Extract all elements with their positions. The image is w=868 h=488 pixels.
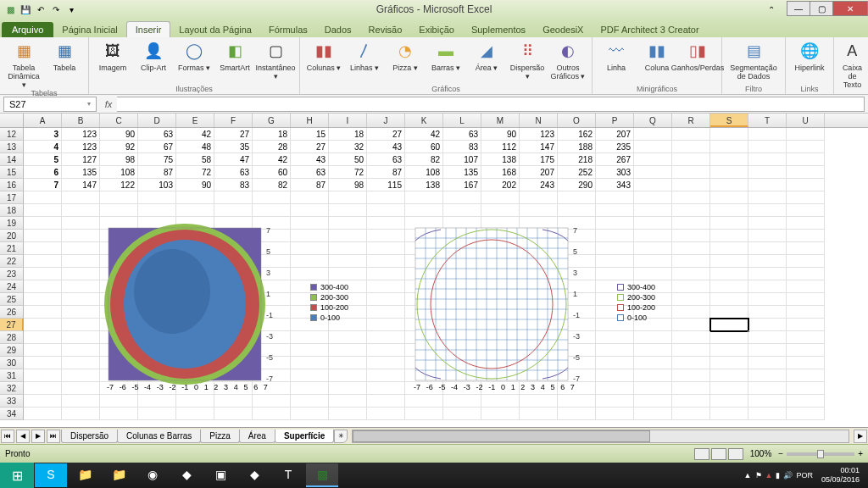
sheet-tab[interactable]: Colunas e Barras — [117, 430, 201, 443]
cell[interactable] — [24, 217, 62, 230]
cell[interactable] — [710, 166, 748, 179]
cell[interactable] — [787, 179, 825, 191]
cell[interactable] — [634, 179, 672, 191]
cell[interactable] — [24, 204, 62, 217]
redo-icon[interactable]: ↷ — [49, 3, 63, 16]
qat-menu-icon[interactable]: ▾ — [64, 3, 78, 16]
cell[interactable] — [24, 382, 62, 395]
cell[interactable]: 63 — [443, 128, 481, 141]
cell[interactable] — [787, 153, 825, 166]
cell[interactable]: 48 — [176, 141, 214, 153]
zoom-in-icon[interactable]: + — [858, 449, 863, 458]
cell[interactable] — [176, 408, 214, 420]
cell[interactable] — [672, 179, 710, 191]
picture-button[interactable]: 🖼Imagem — [94, 39, 131, 72]
cell[interactable]: 243 — [520, 179, 558, 191]
cell[interactable] — [481, 191, 520, 204]
cell[interactable] — [253, 191, 291, 204]
tab-geodesix[interactable]: GeodesiX — [534, 22, 592, 37]
cell[interactable] — [710, 395, 748, 408]
cell[interactable]: 27 — [291, 141, 329, 153]
column-header[interactable]: A — [24, 114, 62, 127]
column-header[interactable]: H — [291, 114, 329, 127]
cell[interactable]: 207 — [596, 128, 634, 141]
column-header[interactable]: E — [176, 114, 214, 127]
cell[interactable] — [672, 153, 710, 166]
cell[interactable] — [596, 204, 634, 217]
cell[interactable] — [634, 153, 672, 166]
cell[interactable] — [710, 179, 748, 191]
cell[interactable] — [558, 204, 596, 217]
taskbar-app-icon[interactable]: ◆ — [170, 463, 203, 487]
cell[interactable]: 218 — [558, 153, 596, 166]
cell[interactable] — [138, 191, 176, 204]
cell[interactable] — [748, 331, 787, 344]
cell[interactable] — [710, 230, 748, 242]
sheet-nav-prev[interactable]: ◀ — [16, 430, 30, 443]
cell[interactable] — [710, 306, 748, 319]
cell[interactable] — [710, 382, 748, 395]
row-header[interactable]: 20 — [0, 230, 24, 242]
cell[interactable] — [367, 395, 405, 408]
cell[interactable] — [100, 408, 138, 420]
zoom-out-icon[interactable]: − — [778, 449, 783, 458]
tab-layout[interactable]: Layout da Página — [170, 22, 260, 37]
cell[interactable] — [62, 191, 100, 204]
cell[interactable]: 252 — [558, 166, 596, 179]
table-button[interactable]: ▦Tabela — [46, 39, 83, 72]
cell[interactable]: 87 — [138, 166, 176, 179]
cell[interactable] — [291, 191, 329, 204]
cell[interactable] — [748, 166, 787, 179]
cell[interactable] — [787, 255, 825, 268]
cell[interactable] — [253, 395, 291, 408]
cell[interactable] — [443, 395, 481, 408]
cell[interactable]: 83 — [214, 179, 253, 191]
cell[interactable] — [481, 408, 520, 420]
cell[interactable] — [748, 369, 787, 382]
cell[interactable] — [100, 204, 138, 217]
column-header[interactable]: S — [710, 114, 748, 127]
cell[interactable] — [634, 141, 672, 153]
cell[interactable]: 87 — [367, 166, 405, 179]
cell[interactable]: 235 — [596, 141, 634, 153]
close-button[interactable]: ✕ — [832, 1, 868, 16]
cell[interactable] — [710, 319, 748, 331]
cell[interactable] — [787, 344, 825, 357]
cell[interactable] — [748, 357, 787, 369]
cell[interactable] — [748, 128, 787, 141]
cell[interactable] — [100, 191, 138, 204]
select-all-corner[interactable] — [0, 114, 24, 127]
cell[interactable] — [710, 268, 748, 280]
cell[interactable] — [710, 344, 748, 357]
cell[interactable] — [787, 408, 825, 420]
cell[interactable] — [24, 255, 62, 268]
cell[interactable]: 18 — [253, 128, 291, 141]
cell[interactable] — [787, 395, 825, 408]
tab-addins[interactable]: Suplementos — [463, 22, 534, 37]
cell[interactable] — [672, 128, 710, 141]
cell[interactable] — [710, 191, 748, 204]
cell[interactable] — [672, 166, 710, 179]
cell[interactable]: 267 — [596, 153, 634, 166]
row-header[interactable]: 18 — [0, 204, 24, 217]
cell[interactable]: 58 — [176, 153, 214, 166]
zoom-control[interactable]: − + — [778, 449, 863, 458]
cell[interactable] — [787, 357, 825, 369]
column-header[interactable]: B — [62, 114, 100, 127]
tab-data[interactable]: Dados — [316, 22, 360, 37]
cell[interactable]: 6 — [24, 166, 62, 179]
cell[interactable] — [710, 357, 748, 369]
cell[interactable] — [24, 280, 62, 293]
cell[interactable]: 188 — [558, 141, 596, 153]
column-header[interactable]: L — [443, 114, 481, 127]
cell[interactable] — [748, 217, 787, 230]
cell[interactable]: 343 — [596, 179, 634, 191]
cell[interactable]: 112 — [481, 141, 520, 153]
column-header[interactable]: P — [596, 114, 634, 127]
cell[interactable] — [748, 268, 787, 280]
cell[interactable]: 7 — [24, 179, 62, 191]
row-header[interactable]: 19 — [0, 217, 24, 230]
sparkline-winloss-button[interactable]: ▯▮Ganhos/Perdas — [679, 39, 716, 72]
column-header[interactable]: U — [787, 114, 825, 127]
cell[interactable] — [748, 306, 787, 319]
